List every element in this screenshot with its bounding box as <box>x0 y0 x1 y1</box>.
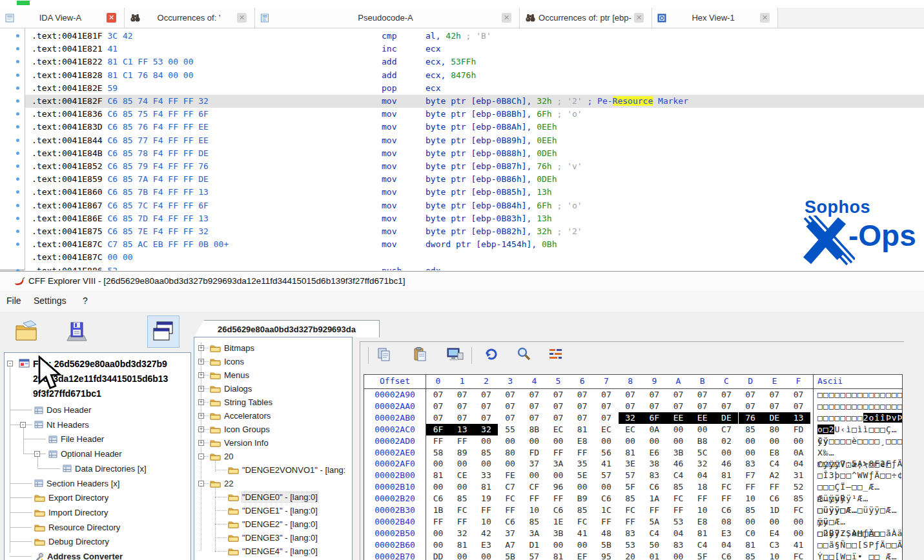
hex-row: 00002AE058898580FDFFFF5681E63B5C0000E80A… <box>364 447 902 459</box>
disassembly-row[interactable]: .text:0041E867 C6 85 7C F4 FF FF 6Fmovby… <box>25 199 924 212</box>
windows-cascade-button[interactable] <box>147 315 180 348</box>
copy-button[interactable] <box>375 345 394 364</box>
tree-expander[interactable]: + <box>198 345 204 351</box>
tree-expander[interactable]: + <box>198 426 204 432</box>
resource-item-label: Menus <box>224 370 249 380</box>
ida-disassembly-listing[interactable]: .text:0041E81F 3C 42cmpal, 42h ; 'B'.tex… <box>25 28 924 270</box>
tree-item-import-directory[interactable]: Import Directory <box>34 507 108 518</box>
paste-button[interactable] <box>411 345 430 364</box>
hex-byte: 53 <box>666 516 690 528</box>
disassembly-row[interactable]: .text:0041E84B C6 85 78 F4 FF FF DEmovby… <box>25 147 924 160</box>
disassembly-row[interactable]: .text:0041E844 C6 85 77 F4 FF FF EEmovby… <box>25 134 924 147</box>
hex-byte: 00 <box>642 435 666 447</box>
tree-item-optional-header[interactable]: Optional Header <box>48 448 122 459</box>
menu-file[interactable]: File <box>6 295 21 306</box>
tree-expander[interactable]: - <box>34 451 40 457</box>
disassembly-row[interactable]: .text:0041E87C 00 00 <box>25 251 924 264</box>
resource-item-string-tables[interactable]: String Tables <box>210 397 272 408</box>
refresh-button[interactable] <box>482 345 501 364</box>
hex-byte: 32 <box>450 528 474 539</box>
hex-dump-table[interactable]: Offset0123456789ABCDEFAscii00002A9007070… <box>364 374 903 560</box>
tab-close-icon[interactable]: ✕ <box>107 13 116 23</box>
tree-expander[interactable]: + <box>198 386 204 392</box>
tab-ida-view-a[interactable]: IDA View-A✕ <box>0 8 125 28</box>
disassembly-row[interactable]: .text:0041E860 C6 85 7B F4 FF FF 13movby… <box>25 186 924 199</box>
export-button[interactable] <box>444 345 466 364</box>
disassembly-row[interactable]: .text:0041E83D C6 85 76 F4 FF FF EEmovby… <box>25 121 924 134</box>
tree-item-export-directory[interactable]: Export Directory <box>34 492 108 503</box>
tree-expander[interactable]: + <box>198 372 204 378</box>
search-button[interactable] <box>514 345 533 364</box>
pe-structure-tree[interactable]: -File: 26d5629e80aa0bd3d327b929693da12e1… <box>4 352 191 560</box>
tab-close-icon[interactable]: ✕ <box>634 13 644 23</box>
tree-expander[interactable]: + <box>198 359 204 365</box>
tree-item-address-converter[interactable]: Address Converter <box>34 551 123 560</box>
disassembly-row[interactable]: .text:0041E82E 59popecx <box>25 82 924 95</box>
hex-byte: 00 <box>594 481 618 493</box>
resource-item-accelerators[interactable]: Accelerators <box>210 410 271 421</box>
resource-item-dialogs[interactable]: Dialogs <box>210 383 252 394</box>
resource-item-20[interactable]: 20 <box>210 451 233 462</box>
resource-item-denge2vonvo1-lang[interactable]: "DENGE2VONVO1" - [lang: <box>228 465 345 475</box>
hex-byte: E8 <box>690 516 714 528</box>
tree-item-data-directories-x[interactable]: Data Directories [x] <box>63 463 147 474</box>
document-tab[interactable]: 26d5629e80aa0bd3d327b929693da <box>194 320 380 337</box>
disassembly-row[interactable]: .text:0041E86E C6 85 7D F4 FF FF 13movby… <box>25 212 924 225</box>
disassembly-row[interactable]: .text:0041E82F C6 85 74 F4 FF FF 32movby… <box>25 95 924 108</box>
disassembly-row[interactable]: .text:0041E81F 3C 42cmpal, 42h ; 'B' <box>25 30 924 43</box>
disassembly-row[interactable]: .text:0041E859 C6 85 7A F4 FF FF DEmovby… <box>25 173 924 186</box>
tab-close-icon[interactable]: ✕ <box>502 13 511 23</box>
tab-occurrences-of-ptr-ebp[interactable]: Occurrences of: ptr [ebp-✕ <box>520 8 652 28</box>
disassembly-row[interactable]: .text:0041E852 C6 85 79 F4 FF FF 76movby… <box>25 160 924 173</box>
resource-item-icons[interactable]: Icons <box>210 356 244 367</box>
tree-item-debug-directory[interactable]: Debug Directory <box>34 536 109 547</box>
tree-item-resource-directory[interactable]: Resource Directory <box>34 522 120 533</box>
tree-expander[interactable]: - <box>7 361 13 366</box>
tab-occurrences-of[interactable]: Occurrences of: '✕ <box>125 8 255 28</box>
open-file-button[interactable] <box>13 317 43 345</box>
disassembly-row[interactable]: .text:0041E836 C6 85 75 F4 FF FF 6Fmovby… <box>25 108 924 121</box>
menu-settings[interactable]: Settings <box>34 295 67 306</box>
tree-expander[interactable]: + <box>198 440 204 446</box>
tab-hex-view-1[interactable]: Hex View-1✕ <box>652 8 778 28</box>
tab-close-icon[interactable]: ✕ <box>760 13 770 23</box>
disassembly-row[interactable]: .text:0041E822 81 C1 FF 53 00 00addecx, … <box>25 55 924 68</box>
resource-item-version-info[interactable]: Version Info <box>210 437 269 448</box>
save-file-button[interactable] <box>63 318 90 345</box>
folder-icon <box>210 425 221 434</box>
menu-[interactable]: ? <box>83 295 88 306</box>
disassembly-row[interactable]: .text:0041E875 C6 85 7E F4 FF FF 32movby… <box>25 225 924 238</box>
tree-item-file-header[interactable]: File Header <box>48 434 104 445</box>
resource-item-icon-groups[interactable]: Icon Groups <box>210 424 270 435</box>
hex-byte: 07 <box>619 389 642 401</box>
resource-item-menus[interactable]: Menus <box>210 370 249 381</box>
resource-item-denge3-lang-0[interactable]: "DENGE3" - [lang:0] <box>228 532 318 543</box>
tree-expander[interactable]: - <box>198 454 204 459</box>
resource-item-denge0-lang-0[interactable]: "DENGE0" - [lang:0] <box>228 492 318 503</box>
fields-button[interactable] <box>546 345 566 364</box>
resource-item-denge4-lang-0[interactable]: "DENGE4" - [lang:0] <box>228 546 318 557</box>
resource-item-denge2-lang-0[interactable]: "DENGE2" - [lang:0] <box>228 519 318 530</box>
tab-close-icon[interactable]: ✕ <box>237 13 247 23</box>
tree-item-section-headers-x[interactable]: Section Headers [x] <box>34 478 119 489</box>
disassembly-row[interactable]: .text:0041E828 81 C1 76 84 00 00addecx, … <box>25 69 924 82</box>
tree-expander[interactable]: - <box>198 481 204 486</box>
tree-item-dos-header[interactable]: Dos Header <box>34 405 91 415</box>
resource-item-22[interactable]: 22 <box>210 478 233 489</box>
hex-byte: EE <box>666 412 690 424</box>
resource-item-denge1-lang-0[interactable]: "DENGE1" - [lang:0] <box>228 505 318 516</box>
hex-byte: FF <box>714 493 738 505</box>
resource-item-bitmaps[interactable]: Bitmaps <box>210 343 254 354</box>
hex-byte: DE <box>714 412 738 424</box>
hex-row: 00002AC06F1332558BEC81ECEC0A0000C78580FD… <box>364 424 902 435</box>
tree-expander[interactable]: + <box>198 399 204 405</box>
tree-expander[interactable]: - <box>20 422 26 428</box>
operands: ecx <box>426 43 440 55</box>
tab-pseudocode-a[interactable]: Pseudocode-A✕ <box>255 8 520 28</box>
resource-tree[interactable]: +Bitmaps+Icons+Menus+Dialogs+String Tabl… <box>194 337 353 560</box>
tree-expander[interactable]: + <box>198 413 204 419</box>
disassembly-row[interactable]: .text:0041E821 41incecx <box>25 43 924 55</box>
disassembly-row[interactable]: .text:0041E886 52pushedx <box>25 265 924 270</box>
disassembly-row[interactable]: .text:0041E87C C7 85 AC EB FF FF 0B 00+m… <box>25 238 924 251</box>
tree-item-nt-headers[interactable]: Nt Headers <box>34 419 89 430</box>
